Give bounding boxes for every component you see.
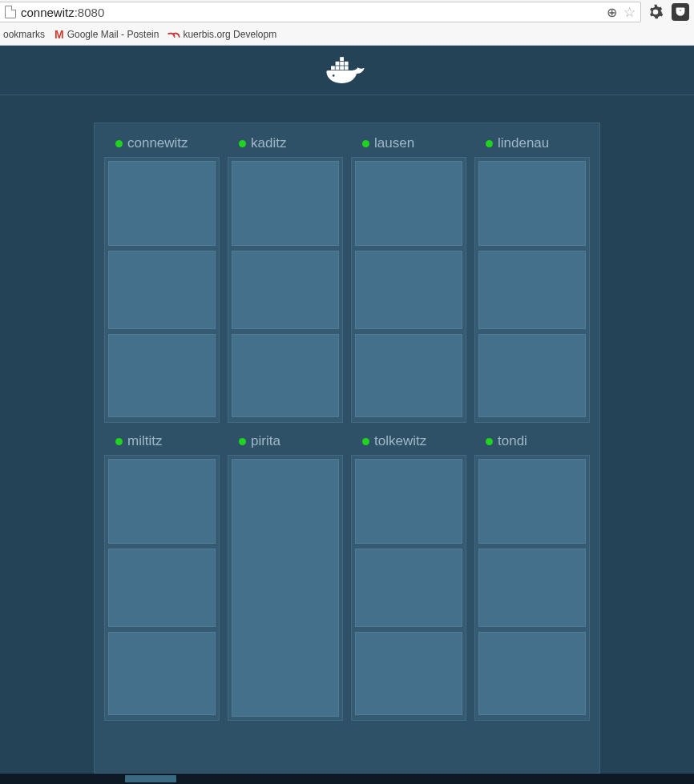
service-box[interactable] — [478, 161, 586, 246]
service-box[interactable] — [478, 549, 586, 627]
node-tolkewitz[interactable]: tolkewitz — [351, 432, 466, 721]
service-box[interactable] — [232, 334, 339, 417]
node-name: miltitz — [127, 433, 162, 449]
service-box[interactable] — [232, 251, 339, 329]
service-box[interactable] — [108, 334, 216, 417]
svg-rect-2 — [340, 66, 344, 70]
svg-rect-0 — [331, 66, 335, 70]
node-miltitz[interactable]: miltitz — [104, 432, 220, 721]
svg-rect-4 — [336, 61, 340, 65]
bookmarks-bar: ookmarks M Google Mail - Postein kuerbis… — [0, 24, 694, 45]
service-box[interactable] — [355, 334, 462, 417]
gear-icon[interactable] — [648, 4, 664, 20]
node-name: kaditz — [251, 135, 286, 151]
url-host: connewitz — [21, 6, 75, 19]
svg-rect-3 — [345, 66, 349, 70]
browser-chrome: connewitz:8080 ⊕ ☆ ookmarks M Google Mai… — [0, 0, 694, 46]
status-dot-icon — [362, 438, 369, 445]
node-name: tolkewitz — [374, 433, 426, 449]
service-box[interactable] — [108, 161, 216, 246]
svg-rect-6 — [345, 61, 349, 65]
bookmark-star-icon[interactable]: ☆ — [623, 4, 635, 21]
os-taskbar — [0, 774, 694, 784]
svg-rect-7 — [340, 57, 344, 61]
node-pirita[interactable]: pirita — [228, 432, 343, 721]
node-lausen[interactable]: lausen — [351, 135, 466, 423]
service-box[interactable] — [478, 251, 586, 329]
node-body — [351, 455, 466, 721]
node-body — [474, 157, 590, 423]
svg-rect-5 — [340, 61, 344, 65]
node-kaditz[interactable]: kaditz — [228, 135, 343, 423]
file-icon — [5, 6, 16, 18]
zoom-icon[interactable]: ⊕ — [607, 5, 617, 20]
status-dot-icon — [115, 438, 123, 445]
node-tondi[interactable]: tondi — [474, 432, 590, 721]
cluster-panel: connewitzkaditzlausenlindenaumiltitzpiri… — [94, 123, 600, 774]
node-header: miltitz — [104, 432, 220, 450]
node-header: pirita — [228, 432, 343, 450]
chrome-toolbar-icons — [641, 3, 689, 21]
node-header: connewitz — [104, 135, 220, 152]
node-body — [474, 455, 590, 721]
pocket-icon[interactable] — [672, 3, 689, 21]
taskbar-item[interactable] — [125, 775, 176, 782]
service-box[interactable] — [108, 632, 216, 715]
address-bar-icons: ⊕ ☆ — [602, 4, 640, 21]
node-name: lindenau — [498, 135, 549, 151]
node-lindenau[interactable]: lindenau — [474, 135, 590, 423]
node-name: connewitz — [127, 135, 188, 151]
bookmarks-overflow[interactable]: ookmarks — [3, 29, 45, 40]
node-header: tondi — [474, 432, 590, 450]
app-header — [0, 46, 694, 95]
address-row: connewitz:8080 ⊕ ☆ — [0, 0, 694, 24]
svg-rect-1 — [336, 66, 340, 70]
service-box[interactable] — [478, 334, 586, 417]
status-dot-icon — [239, 140, 246, 147]
service-box[interactable] — [355, 161, 462, 246]
node-body — [351, 157, 466, 423]
service-box[interactable] — [108, 549, 216, 627]
bookmarks-label: ookmarks — [3, 29, 45, 40]
service-box[interactable] — [355, 459, 462, 544]
url-port: :8080 — [75, 6, 105, 19]
node-body — [104, 455, 220, 721]
node-body — [228, 157, 343, 423]
bookmark-kuerbis-label: kuerbis.org Developm — [183, 29, 276, 40]
bookmark-kuerbis[interactable]: kuerbis.org Developm — [168, 29, 276, 40]
service-box[interactable] — [232, 161, 339, 246]
service-box[interactable] — [232, 459, 339, 717]
address-bar[interactable]: connewitz:8080 ⊕ ☆ — [0, 2, 641, 22]
node-name: pirita — [251, 433, 280, 449]
node-header: tolkewitz — [351, 432, 466, 450]
node-connewitz[interactable]: connewitz — [104, 135, 220, 423]
status-dot-icon — [115, 140, 123, 147]
node-body — [104, 157, 220, 423]
bookmark-gmail[interactable]: M Google Mail - Postein — [54, 28, 159, 41]
status-dot-icon — [486, 140, 493, 147]
node-grid: connewitzkaditzlausenlindenaumiltitzpiri… — [104, 135, 590, 721]
app-body: connewitzkaditzlausenlindenaumiltitzpiri… — [0, 95, 694, 774]
node-name: lausen — [374, 135, 414, 151]
docker-swarm-visualizer: connewitzkaditzlausenlindenaumiltitzpiri… — [0, 46, 694, 774]
node-body — [228, 455, 343, 721]
node-header: lindenau — [474, 135, 590, 152]
service-box[interactable] — [108, 459, 216, 544]
bookmark-gmail-label: Google Mail - Postein — [67, 29, 159, 40]
svg-point-8 — [333, 74, 335, 77]
service-box[interactable] — [478, 632, 586, 715]
node-name: tondi — [498, 433, 527, 449]
gmail-icon: M — [54, 28, 64, 41]
url-text: connewitz:8080 — [21, 6, 104, 19]
node-header: kaditz — [228, 135, 343, 152]
status-dot-icon — [239, 438, 246, 445]
service-box[interactable] — [355, 549, 462, 627]
status-dot-icon — [362, 140, 369, 147]
service-box[interactable] — [478, 459, 586, 544]
service-box[interactable] — [355, 251, 462, 329]
kuerbis-icon — [168, 30, 180, 38]
service-box[interactable] — [108, 251, 216, 329]
docker-logo-icon — [325, 54, 369, 86]
service-box[interactable] — [355, 632, 462, 715]
status-dot-icon — [486, 438, 493, 445]
